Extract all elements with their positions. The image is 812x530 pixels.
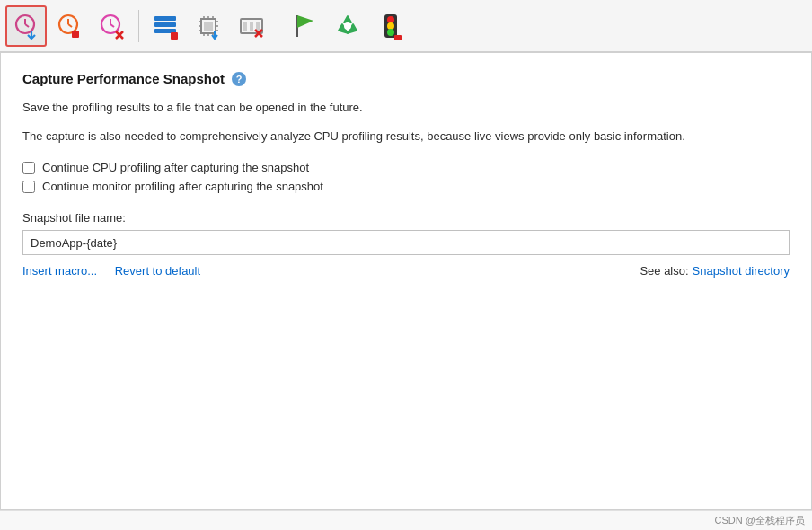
- main-container: Capture Performance Snapshot ? Save the …: [0, 0, 812, 530]
- svg-rect-33: [243, 22, 247, 31]
- recycle-icon: [333, 12, 362, 40]
- traffic-light-icon: [376, 12, 405, 40]
- svg-rect-34: [250, 22, 253, 31]
- stop-record-icon: [55, 12, 84, 40]
- svg-rect-16: [171, 32, 178, 40]
- checkbox-cpu-label: Continue CPU profiling after capturing t…: [42, 161, 309, 174]
- footer-right: See also: Snapshot directory: [640, 264, 790, 278]
- cancel-record-icon: [98, 12, 127, 40]
- description-2: The capture is also needed to comprehens…: [22, 128, 790, 146]
- capture-snapshot-icon: [12, 12, 40, 40]
- checkbox-row-1: Continue CPU profiling after capturing t…: [22, 161, 790, 174]
- flag-icon: [290, 12, 319, 40]
- toolbar-btn-flag[interactable]: [284, 5, 325, 47]
- svg-point-42: [387, 16, 394, 23]
- svg-rect-7: [72, 31, 79, 38]
- help-icon[interactable]: ?: [232, 72, 246, 86]
- svg-marker-39: [297, 15, 313, 28]
- toolbar-btn-cancel-record[interactable]: [92, 5, 133, 47]
- checkbox-monitor-profiling[interactable]: [22, 181, 35, 193]
- file-name-label: Snapshot file name:: [22, 211, 790, 225]
- toolbar-btn-cpu[interactable]: [188, 5, 229, 47]
- footer-left: Insert macro... Revert to default: [22, 264, 200, 278]
- panel-header: Capture Performance Snapshot ?: [22, 71, 790, 86]
- toolbar-btn-traffic-light[interactable]: [370, 5, 411, 47]
- svg-rect-45: [394, 35, 402, 40]
- svg-line-6: [68, 24, 72, 27]
- footer-links: Insert macro... Revert to default See al…: [22, 264, 790, 278]
- toolbar-btn-stack[interactable]: [145, 5, 186, 47]
- svg-point-44: [387, 29, 394, 36]
- toolbar-btn-stop-record[interactable]: [49, 5, 90, 47]
- insert-macro-link[interactable]: Insert macro...: [22, 264, 97, 278]
- watermark: CSDN @全栈程序员: [0, 510, 812, 530]
- svg-point-40: [344, 22, 351, 30]
- svg-rect-18: [204, 22, 213, 31]
- toolbar: [0, 0, 812, 52]
- panel-title: Capture Performance Snapshot: [22, 71, 225, 86]
- toolbar-btn-capture-snapshot[interactable]: [5, 5, 47, 47]
- snapshot-directory-link[interactable]: Snapshot directory: [693, 264, 790, 278]
- svg-line-2: [25, 24, 29, 27]
- see-also-text: See also:: [640, 264, 688, 278]
- svg-rect-14: [154, 22, 176, 27]
- checkbox-row-2: Continue monitor profiling after capturi…: [22, 180, 790, 193]
- separator-2: [278, 10, 278, 42]
- toolbar-btn-recycle[interactable]: [327, 5, 368, 47]
- checkbox-cpu-profiling[interactable]: [22, 162, 35, 174]
- svg-rect-35: [256, 22, 260, 31]
- cpu-icon: [194, 12, 223, 40]
- svg-line-10: [110, 24, 114, 27]
- svg-rect-13: [154, 16, 176, 21]
- revert-to-default-link[interactable]: Revert to default: [115, 264, 200, 278]
- memory-icon: [237, 12, 266, 40]
- svg-point-43: [387, 22, 394, 30]
- separator-1: [138, 10, 139, 42]
- link-separator: [104, 264, 108, 278]
- toolbar-btn-memory[interactable]: [231, 5, 272, 47]
- checkbox-monitor-label: Continue monitor profiling after capturi…: [42, 180, 323, 193]
- stack-icon: [151, 12, 180, 40]
- snapshot-filename-input[interactable]: [22, 230, 790, 255]
- description-1: Save the profiling results to a file tha…: [22, 99, 790, 117]
- content-panel: Capture Performance Snapshot ? Save the …: [0, 52, 812, 510]
